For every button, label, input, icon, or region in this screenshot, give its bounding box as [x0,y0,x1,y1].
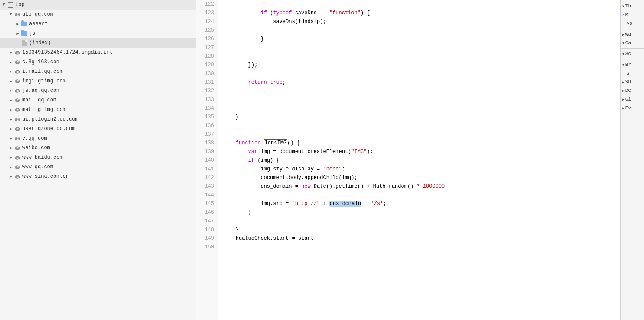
line-num: 140 [200,156,214,165]
folder-icon [21,30,28,37]
sidebar-item-mat1[interactable]: mat1.gtimg.com [0,105,196,114]
network-icon [14,97,21,104]
code-line [223,0,615,9]
code-line: huatuoCheck.start = start; [223,234,615,243]
sidebar-item-img1[interactable]: img1.gtimg.com [0,76,196,86]
sidebar-item-index[interactable]: (index) [0,38,196,48]
tree-label-v: v.qq.com [22,135,47,141]
right-panel-item[interactable]: ▶Ev [621,104,644,112]
code-line [223,130,615,139]
line-num: 147 [200,217,214,225]
right-panel-label: XH [625,79,631,85]
code-line [223,191,615,199]
line-num: 139 [200,147,214,156]
line-numbers: 1221231241251261271281291301311321331341… [196,0,218,320]
code-line [223,69,615,78]
tree-arrow-mail[interactable] [8,97,14,103]
tree-arrow-weibo[interactable] [8,145,14,151]
tree-arrow-wwwqq[interactable] [8,164,14,170]
code-line [223,243,615,251]
tree-arrow-wwwsina[interactable] [8,173,14,180]
code-line: return true; [223,78,615,87]
sidebar-item-js[interactable]: js [0,29,196,38]
collapse-arrow-icon: ▶ [622,89,624,93]
tree-arrow-img1[interactable] [8,78,14,84]
sidebar-item-wwwqq[interactable]: www.qq.com [0,162,196,172]
network-icon [14,87,21,94]
line-num: 148 [200,225,214,234]
network-icon [14,49,21,56]
sidebar-item-c3g[interactable]: c.3g.163.com [0,57,196,67]
panel-divider [621,59,644,59]
tree-label-weibo: weibo.com [22,145,50,151]
sidebar-item-top[interactable]: top [0,0,196,10]
expand-arrow-icon: ▼ [622,52,624,56]
tree-arrow-c3g[interactable] [8,59,14,65]
tree-arrow-mat1[interactable] [8,107,14,113]
sidebar-item-mail[interactable]: mail.qq.com [0,95,196,105]
line-num: 134 [200,104,214,113]
tree-arrow-jsaq[interactable] [8,88,14,94]
code-line: function ldnsIMG() { [223,139,615,147]
tree-arrow-wwwbaidu[interactable] [8,154,14,160]
right-panel-label: M [625,12,628,17]
sidebar-item-weibo[interactable]: weibo.com [0,143,196,153]
right-panel-item[interactable]: ▼Th [621,2,644,10]
network-icon [14,68,21,75]
line-num: 130 [200,69,214,78]
tree-arrow-v[interactable] [8,135,14,141]
tree-arrow-js[interactable] [15,30,21,36]
line-num: 143 [200,182,214,191]
right-panel-item[interactable]: ▶DC [621,86,644,95]
tree-arrow-1503[interactable] [8,49,14,56]
right-panel-item[interactable]: ▶Gl [621,95,644,104]
sidebar-item-utp[interactable]: utp.qq.com [0,10,196,19]
tree-arrow-ui[interactable] [8,116,14,122]
file-tree[interactable]: toputp.qq.comassertjs(index)150349135246… [0,0,196,320]
line-num: 142 [200,173,214,182]
code-line: var img = document.createElement("IMG"); [223,147,615,156]
code-line [223,43,615,52]
network-icon [14,11,21,18]
sidebar-item-wwwbaidu[interactable]: www.baidu.com [0,153,196,162]
sidebar-item-v[interactable]: v.qq.com [0,134,196,143]
code-line: } [223,35,615,43]
tree-arrow-imail[interactable] [8,69,14,75]
sidebar-item-user[interactable]: user.qzone.qq.com [0,124,196,134]
line-num: 136 [200,121,214,130]
right-panel-item[interactable]: ▶Wa [621,30,644,39]
right-panel: ▼Th➤Mvo▶Wa▼Ca▼Sc▼Br∧▶XH▶DC▶Gl▶Ev [620,0,644,320]
code-line [223,87,615,95]
tree-arrow-user[interactable] [8,126,14,132]
code-line [223,104,615,113]
sidebar-item-ui[interactable]: ui.ptlogin2.qq.com [0,114,196,124]
sidebar-item-jsaq[interactable]: js.aq.qq.com [0,86,196,95]
right-panel-item[interactable]: vo [621,19,644,28]
expand-arrow-icon: ▼ [622,41,624,45]
tree-arrow-assert[interactable] [15,21,21,27]
code-line: document.body.appendChild(img); [223,173,615,182]
blue-arrow-icon: ➤ [622,13,624,17]
right-panel-item[interactable]: ▼Sc [621,49,644,58]
tree-arrow-index[interactable] [15,40,21,46]
tree-arrow-utp[interactable] [8,11,14,17]
tree-arrow-top[interactable] [1,2,7,8]
line-num: 150 [200,243,214,251]
sidebar-item-assert[interactable]: assert [0,19,196,29]
line-num: 127 [200,43,214,52]
right-panel-item[interactable]: ▼Br [621,60,644,69]
right-panel-item[interactable]: ∧ [621,69,644,78]
code-line: if (typeof saveDns == "function") { [223,9,615,17]
sidebar-item-1503[interactable]: 1503491352464.1724.sngdia.imt [0,48,196,57]
sidebar-item-wwwsina[interactable]: www.sina.com.cn [0,172,196,181]
right-panel-item[interactable]: ▼Ca [621,39,644,47]
highlighted-variable: dns_domain [329,201,361,207]
tree-label-mail: mail.qq.com [22,97,56,103]
right-panel-item[interactable]: ➤M [621,10,644,19]
tree-label-index: (index) [29,40,51,46]
right-panel-item[interactable]: ▶XH [621,78,644,86]
code-line: } [223,113,615,121]
sidebar-item-imail[interactable]: i.mail.qq.com [0,67,196,76]
network-icon [14,125,21,132]
tree-label-ui: ui.ptlogin2.qq.com [22,116,78,122]
